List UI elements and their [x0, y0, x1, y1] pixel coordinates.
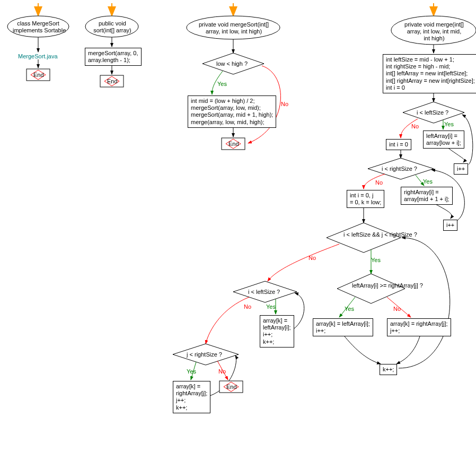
yes-label: Yes — [266, 303, 276, 310]
no-label: No — [218, 368, 226, 375]
file-label: MergeSort.java — [18, 53, 58, 59]
start-sort: public void sort(int[] array) — [92, 20, 133, 34]
merge-c4: leftArray[i] >= rightArray[j] ? — [352, 282, 423, 289]
merge-c2: i < rightSize ? — [382, 166, 417, 172]
merge-c4-no: array[k] = rightArray[j]; j++; — [387, 318, 451, 336]
merge-c1-yes: leftArray[i] = array[low + i]; — [423, 131, 464, 149]
sort-body: mergeSort(array, 0, array.length - 1); — [85, 48, 142, 66]
merge-c1: i < leftSize ? — [417, 109, 448, 116]
end-label-3: End — [228, 141, 239, 147]
start-class: class MergeSort implements Sortable — [13, 20, 64, 34]
merge-kpp: k++; — [380, 364, 397, 375]
yes-label: Yes — [345, 306, 354, 312]
merge-c2-yes: rightArray[i] = array[mid + 1 + i]; — [401, 187, 453, 205]
yes-label: Yes — [371, 257, 381, 263]
merge-c4-yes: array[k] = leftArray[i]; i++; — [313, 318, 373, 336]
yes-label: Yes — [423, 178, 433, 185]
end-label-1: End — [33, 72, 44, 78]
start-merge: private void merge(int[] array, int low,… — [399, 21, 470, 42]
merge-init: int leftSize = mid - low + 1; int rightS… — [383, 54, 476, 93]
mergesort-cond: low < high ? — [216, 60, 248, 67]
no-label: No — [281, 101, 288, 107]
merge-c1-no: int i = 0 — [386, 139, 411, 150]
yes-label: Yes — [187, 368, 196, 375]
merge-c2-inc: i++ — [443, 220, 457, 231]
no-label: No — [308, 255, 316, 261]
merge-c5-yes: array[k] = leftArray[i]; i++; k++; — [260, 315, 294, 348]
mergesort-body: int mid = (low + high) / 2; mergeSort(ar… — [188, 95, 276, 128]
end-label-4: End — [226, 384, 237, 390]
no-label: No — [244, 303, 251, 310]
yes-label: Yes — [444, 121, 454, 127]
no-label: No — [393, 306, 401, 312]
yes-label: Yes — [217, 81, 227, 87]
end-label-2: End — [107, 78, 118, 84]
merge-c1-inc: i++ — [454, 163, 468, 175]
merge-c2-no: int i = 0, j = 0, k = low; — [347, 190, 384, 208]
merge-c3: i < leftSize && j < rightSize ? — [343, 231, 417, 238]
start-mergesort: private void mergeSort(int[] array, int … — [194, 21, 274, 35]
merge-c6-yes: array[k] = rightArray[j]; j++; k++; — [173, 381, 210, 413]
merge-c6: j < rightSize ? — [187, 351, 222, 358]
no-label: No — [375, 179, 383, 186]
no-label: No — [411, 123, 419, 129]
merge-c5: i < leftSize ? — [248, 289, 280, 296]
